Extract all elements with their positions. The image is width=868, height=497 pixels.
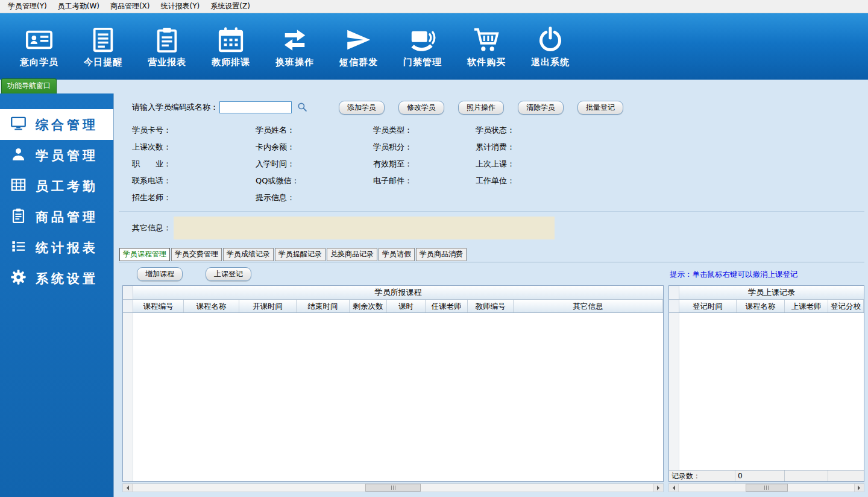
info-label-name: 学员姓名： (256, 125, 373, 136)
scroll-thumb[interactable] (365, 484, 421, 492)
menu-student-management[interactable]: 学员管理(Y) (2, 0, 52, 13)
toolbar-label: 意向学员 (20, 57, 58, 68)
student-info-grid: 学员卡号： 学员姓名： 学员类型： 学员状态： 上课次数： 卡内余额： 学员积分… (132, 125, 864, 203)
search-input[interactable] (219, 101, 292, 113)
search-icon[interactable] (297, 101, 309, 113)
toolbar-button-class-swap[interactable]: 换班操作 (263, 25, 327, 68)
toolbar-button-business-report[interactable]: 营业报表 (135, 25, 199, 68)
toolbar-button-today-reminder[interactable]: 今日提醒 (71, 25, 135, 68)
info-label-email: 电子邮件： (373, 176, 476, 186)
toolbar-button-software-purchase[interactable]: 软件购买 (454, 25, 518, 68)
sidebar-item-overview[interactable]: 综合管理 (0, 109, 113, 140)
column-class-teacher[interactable]: 上课老师 (785, 300, 828, 312)
row-selector-column (669, 313, 679, 470)
info-label-qq-wechat: QQ或微信： (256, 176, 373, 186)
records-table-title: 学员上课记录 (679, 286, 864, 299)
scroll-track[interactable] (679, 484, 854, 492)
tab-product-consumption[interactable]: 学员商品消费 (416, 248, 467, 261)
sidebar-item-settings[interactable]: 系统设置 (0, 263, 113, 294)
class-register-button[interactable]: 上课登记 (206, 267, 251, 281)
tab-course-management[interactable]: 学员课程管理 (119, 248, 170, 261)
info-label-valid-until: 有效期至： (373, 159, 476, 169)
row-selector-column (669, 300, 679, 312)
info-label-last-class: 上次上课： (476, 159, 864, 169)
add-course-button[interactable]: 增加课程 (137, 267, 183, 281)
info-label-phone: 联系电话： (132, 176, 256, 186)
tab-reminder-records[interactable]: 学员提醒记录 (275, 248, 326, 261)
photo-operation-button[interactable]: 照片操作 (458, 101, 504, 115)
column-teacher-id[interactable]: 教师编号 (468, 300, 514, 312)
column-teacher[interactable]: 任课老师 (426, 300, 468, 312)
menu-statistics-report[interactable]: 统计报表(Y) (156, 0, 206, 13)
scroll-track[interactable] (133, 484, 653, 492)
menu-product-management[interactable]: 商品管理(X) (105, 0, 156, 13)
other-info-box[interactable] (174, 217, 555, 239)
clipboard-icon (10, 207, 27, 227)
courses-table-header: 课程编号 课程名称 开课时间 结束时间 剩余次数 课时 任课老师 教师编号 其它… (123, 300, 663, 313)
info-label-points: 学员积分： (373, 142, 476, 153)
power-icon (536, 25, 564, 54)
column-branch[interactable]: 登记分校 (828, 300, 864, 312)
records-table-footer: 记录数： 0 (669, 470, 864, 481)
monitor-icon (10, 115, 27, 135)
info-label-card-no: 学员卡号： (132, 125, 256, 136)
search-row: 请输入学员编码或名称： 添加学员 修改学员 照片操作 清除学员 批量登记 (132, 100, 864, 115)
toolbar-label: 营业报表 (148, 57, 186, 68)
id-card-icon (25, 25, 53, 54)
column-other-info[interactable]: 其它信息 (514, 300, 663, 312)
tab-grade-records[interactable]: 学员成绩记录 (223, 248, 274, 261)
scroll-left-button[interactable] (123, 484, 133, 492)
search-label: 请输入学员编码或名称： (132, 102, 218, 113)
scroll-right-button[interactable] (653, 484, 663, 492)
column-course-name[interactable]: 课程名称 (737, 300, 785, 312)
toolbar-button-exit-system[interactable]: 退出系统 (518, 25, 582, 68)
scroll-right-button[interactable] (854, 484, 864, 492)
reminder-document-icon (89, 25, 117, 54)
sidebar-item-attendance[interactable]: 员工考勤 (0, 171, 113, 201)
tab-redeem-records[interactable]: 兑换商品记录 (327, 248, 377, 261)
tab-leave[interactable]: 学员请假 (379, 248, 415, 261)
edit-student-button[interactable]: 修改学员 (398, 101, 444, 115)
tab-payment-management[interactable]: 学员交费管理 (171, 248, 222, 261)
sidebar-item-reports[interactable]: 统计报表 (0, 232, 113, 263)
info-label-class-count: 上课次数： (132, 142, 256, 153)
batch-register-button[interactable]: 批量登记 (577, 101, 623, 115)
column-register-time[interactable]: 登记时间 (679, 300, 737, 312)
right-arrow-icon (858, 486, 863, 490)
clipboard-report-icon (153, 25, 181, 54)
toolbar-button-teacher-schedule[interactable]: 教师排课 (199, 25, 263, 68)
scroll-thumb[interactable] (746, 484, 788, 492)
toolbar-label: 门禁管理 (403, 57, 442, 68)
sidebar-item-students[interactable]: 学员管理 (0, 140, 113, 171)
records-horizontal-scrollbar[interactable] (668, 483, 864, 492)
row-selector-column (123, 300, 133, 312)
function-nav-tab[interactable]: 功能导航窗口 (1, 78, 57, 93)
info-label-occupation: 职 业： (132, 159, 256, 169)
left-arrow-icon (124, 486, 129, 490)
toolbar: 意向学员 今日提醒 营业报表 教师排课 换班操作 短信群发 门禁管理 (0, 13, 868, 80)
add-student-button[interactable]: 添加学员 (339, 101, 385, 115)
footer-cell (828, 470, 864, 481)
menu-system-settings[interactable]: 系统设置(Z) (205, 0, 256, 13)
column-class-hours[interactable]: 课时 (387, 300, 426, 312)
toolbar-button-access-control[interactable]: 门禁管理 (391, 25, 454, 68)
right-arrow-icon (657, 486, 662, 490)
column-start-time[interactable]: 开课时间 (239, 300, 297, 312)
sidebar-item-products[interactable]: 商品管理 (0, 201, 113, 232)
toolbar-button-sms-broadcast[interactable]: 短信群发 (327, 25, 391, 68)
menu-staff-attendance[interactable]: 员工考勤(W) (52, 0, 105, 13)
other-info-label: 其它信息： (132, 223, 171, 233)
column-course-id[interactable]: 课程编号 (133, 300, 184, 312)
toolbar-label: 短信群发 (339, 57, 378, 68)
scroll-left-button[interactable] (669, 484, 679, 492)
column-course-name[interactable]: 课程名称 (184, 300, 239, 312)
clear-student-button[interactable]: 清除学员 (518, 101, 564, 115)
records-table-title-row: 学员上课记录 (669, 286, 864, 300)
menubar: 学员管理(Y) 员工考勤(W) 商品管理(X) 统计报表(Y) 系统设置(Z) (0, 0, 868, 13)
info-label-tip: 提示信息： (256, 192, 373, 203)
column-remaining-count[interactable]: 剩余次数 (350, 300, 387, 312)
column-end-time[interactable]: 结束时间 (297, 300, 350, 312)
course-buttons-row: 增加课程 上课登记 (137, 267, 664, 281)
toolbar-button-intended-students[interactable]: 意向学员 (7, 25, 71, 68)
courses-horizontal-scrollbar[interactable] (122, 483, 664, 492)
